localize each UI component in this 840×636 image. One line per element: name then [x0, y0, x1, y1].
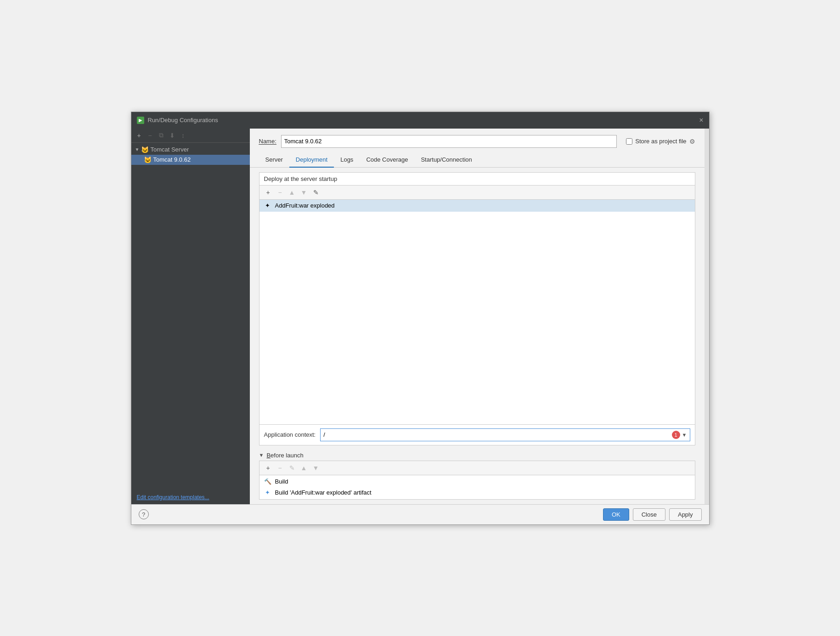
title-bar: ▶ Run/Debug Configurations × [131, 112, 709, 129]
scrollbar[interactable] [705, 129, 709, 504]
remove-config-button[interactable]: − [145, 130, 155, 141]
before-launch-edit-button[interactable]: ✎ [287, 463, 297, 473]
before-launch-header: ▼ Before launch [259, 450, 695, 461]
before-launch-add-button[interactable]: + [263, 463, 273, 473]
help-button[interactable]: ? [139, 509, 149, 519]
deploy-section: Deploy at the server startup + − ▲ ▼ ✎ ✦… [259, 172, 695, 445]
ok-button[interactable]: OK [603, 508, 629, 521]
artifact-build-icon: ✦ [264, 489, 271, 496]
sidebar-item-tomcat-instance[interactable]: 🐱 Tomcat 9.0.62 [131, 155, 250, 165]
before-launch-item-artifact[interactable]: ✦ Build 'AddFruit:war exploded' artifact [259, 487, 695, 498]
copy-config-button[interactable]: ⧉ [156, 130, 166, 141]
sort-config-button[interactable]: ↕ [178, 130, 188, 141]
chevron-down-icon: ▼ [135, 147, 140, 152]
bottom-buttons: OK Close Apply [603, 508, 702, 521]
deploy-edit-button[interactable]: ✎ [311, 187, 321, 197]
move-config-button[interactable]: ⬇ [167, 130, 177, 141]
before-launch-item-build[interactable]: 🔨 Build [259, 476, 695, 487]
dialog-title: Run/Debug Configurations [148, 117, 218, 124]
before-launch-build-label: Build [275, 478, 288, 485]
edit-templates-link[interactable]: Edit configuration templates... [131, 490, 250, 504]
app-icon: ▶ [137, 117, 144, 124]
name-input[interactable] [281, 135, 617, 148]
name-label: Name: [259, 138, 276, 145]
app-context-input[interactable] [321, 430, 671, 439]
name-row: Name: Store as project file ⚙ [250, 129, 705, 152]
app-context-badge: 1 [672, 431, 680, 439]
sidebar: + − ⧉ ⬇ ↕ ▼ 🐱 Tomcat Server 🐱 Tomcat 9.0… [131, 129, 250, 504]
before-launch-toggle[interactable]: ▼ [259, 452, 264, 458]
tabs-row: Server Deployment Logs Code Coverage Sta… [250, 152, 705, 168]
build-icon: 🔨 [264, 478, 271, 485]
deploy-move-down-button[interactable]: ▼ [299, 187, 309, 197]
store-project-label: Store as project file [635, 138, 686, 145]
before-launch-artifact-label: Build 'AddFruit:war exploded' artifact [275, 489, 372, 496]
context-dropdown-button[interactable]: ▼ [680, 432, 689, 438]
gear-icon[interactable]: ⚙ [689, 138, 695, 145]
close-icon[interactable]: × [699, 117, 703, 124]
deploy-toolbar: + − ▲ ▼ ✎ [259, 186, 695, 200]
apply-button[interactable]: Apply [669, 508, 702, 521]
deploy-remove-button[interactable]: − [275, 187, 285, 197]
before-launch-box: + − ✎ ▲ ▼ 🔨 Build [259, 461, 695, 500]
add-config-button[interactable]: + [134, 130, 144, 141]
tab-startup-connection[interactable]: Startup/Connection [414, 152, 478, 168]
sidebar-item-tomcat-server[interactable]: ▼ 🐱 Tomcat Server [131, 145, 250, 155]
deploy-item-label: AddFruit:war exploded [275, 202, 335, 209]
panel-body: Deploy at the server startup + − ▲ ▼ ✎ ✦… [250, 168, 705, 504]
app-context-row: Application context: 1 ▼ [259, 424, 695, 445]
sidebar-toolbar: + − ⧉ ⬇ ↕ [131, 129, 250, 143]
tab-deployment[interactable]: Deployment [289, 152, 334, 168]
before-launch-move-down-button[interactable]: ▼ [311, 463, 321, 473]
sidebar-group-label: Tomcat Server [150, 146, 189, 153]
config-tree: ▼ 🐱 Tomcat Server 🐱 Tomcat 9.0.62 [131, 143, 250, 490]
deploy-header: Deploy at the server startup [259, 173, 695, 186]
before-launch-toolbar: + − ✎ ▲ ▼ [259, 461, 695, 475]
before-launch-title: Before launch [266, 452, 303, 459]
app-context-input-wrap: 1 ▼ [320, 428, 690, 441]
tomcat-instance-icon: 🐱 [144, 156, 152, 163]
before-launch-section: ▼ Before launch + − ✎ ▲ ▼ [259, 450, 695, 500]
app-context-label: Application context: [264, 431, 316, 438]
store-project-checkbox[interactable] [626, 138, 632, 145]
deploy-list: ✦ AddFruit:war exploded [259, 200, 695, 424]
before-launch-remove-button[interactable]: − [275, 463, 285, 473]
store-project-area: Store as project file ⚙ [626, 138, 695, 145]
before-launch-list: 🔨 Build ✦ Build 'AddFruit:war exploded' … [259, 475, 695, 499]
tab-server[interactable]: Server [259, 152, 289, 168]
deploy-item[interactable]: ✦ AddFruit:war exploded [259, 200, 695, 212]
dialog-close-button[interactable]: Close [633, 508, 665, 521]
sidebar-child-label: Tomcat 9.0.62 [153, 156, 191, 163]
artifact-icon: ✦ [264, 202, 271, 209]
before-launch-move-up-button[interactable]: ▲ [299, 463, 309, 473]
deploy-move-up-button[interactable]: ▲ [287, 187, 297, 197]
deploy-add-button[interactable]: + [263, 187, 273, 197]
bottom-bar: ? OK Close Apply [131, 504, 709, 524]
tomcat-server-icon: 🐱 [141, 146, 148, 153]
tab-code-coverage[interactable]: Code Coverage [360, 152, 414, 168]
tab-logs[interactable]: Logs [334, 152, 360, 168]
